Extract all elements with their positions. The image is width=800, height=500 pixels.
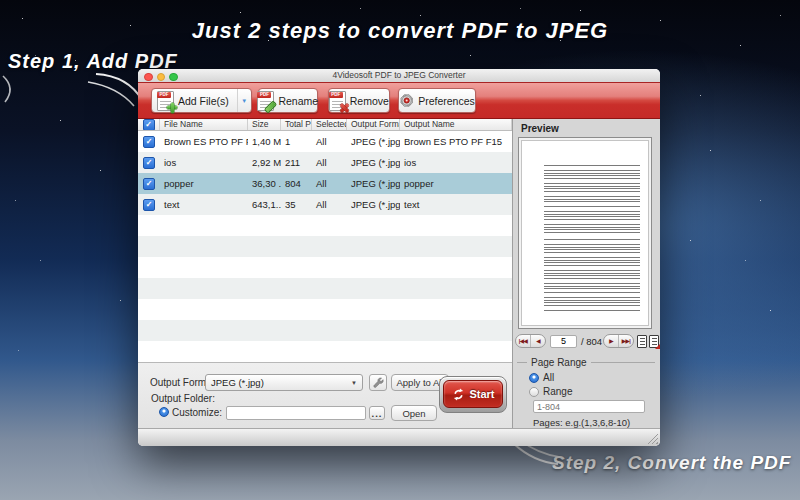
col-total-pages: Total Pag xyxy=(281,119,312,130)
current-page-input[interactable] xyxy=(550,335,577,348)
remove-button[interactable]: PDF Remove xyxy=(328,88,390,113)
page-range-range-option[interactable]: Range xyxy=(529,386,572,397)
remove-label: Remove xyxy=(350,95,389,107)
convert-arrows-icon xyxy=(451,387,466,402)
page-thumbnail-icon[interactable] xyxy=(637,335,647,348)
add-files-button[interactable]: PDF Add File(s) ▼ xyxy=(151,88,252,113)
all-radio[interactable] xyxy=(529,373,539,383)
format-settings-button[interactable] xyxy=(369,374,387,391)
browse-folder-button[interactable]: ... xyxy=(369,406,385,420)
add-files-label: Add File(s) xyxy=(178,95,229,107)
start-label: Start xyxy=(469,388,494,400)
output-format-value: JPEG (*.jpg) xyxy=(211,377,264,388)
preview-panel: Preview |◀◀ ◀ / 804 xyxy=(512,119,660,428)
cell-size: 2,92 MB xyxy=(248,157,281,168)
preferences-button[interactable]: Preferences xyxy=(398,88,476,113)
output-folder-input[interactable] xyxy=(226,406,366,420)
nav-forward-capsule: ▶ ▶▶| xyxy=(603,334,634,348)
preview-page xyxy=(521,140,649,326)
wrench-icon xyxy=(372,377,384,389)
empty-stripe xyxy=(138,320,512,341)
cell-size: 36,30 ... xyxy=(248,178,281,189)
cell-file-name: text xyxy=(160,199,248,210)
cell-total-pages: 804 xyxy=(281,178,312,189)
table-row[interactable]: ✓ ios 2,92 MB 211 All JPEG (*.jpg) ios xyxy=(138,152,512,173)
cell-total-pages: 35 xyxy=(281,199,312,210)
nav-back-capsule: |◀◀ ◀ xyxy=(515,334,546,348)
pdf-add-icon: PDF xyxy=(157,91,174,111)
row-checkbox[interactable]: ✓ xyxy=(138,136,160,148)
customize-label: Customize: xyxy=(172,407,222,418)
preview-frame xyxy=(518,137,652,329)
cell-selected: All xyxy=(312,178,347,189)
pdf-remove-icon: PDF xyxy=(329,91,346,111)
customize-radio[interactable] xyxy=(159,407,169,417)
status-bar xyxy=(138,428,660,446)
output-panel: Output Format: JPEG (*.jpg) ▼ Apply to A… xyxy=(138,362,512,428)
cell-output-format: JPEG (*.jpg) xyxy=(347,136,400,147)
col-size: Size xyxy=(248,119,281,130)
preferences-label: Preferences xyxy=(418,95,475,107)
cell-file-name: Brown ES PTO PF F15 xyxy=(160,136,248,147)
cell-total-pages: 1 xyxy=(281,136,312,147)
cell-output-format: JPEG (*.jpg) xyxy=(347,157,400,168)
titlebar[interactable]: 4Videosoft PDF to JPEG Converter xyxy=(138,69,660,82)
empty-stripe xyxy=(138,236,512,257)
page-range-legend: Page Range xyxy=(513,357,661,368)
rename-button[interactable]: PDF Rename xyxy=(258,88,318,113)
toolbar: PDF Add File(s) ▼ PDF Rename PDF xyxy=(138,82,660,119)
page-range-title: Page Range xyxy=(531,357,587,368)
empty-stripe xyxy=(138,299,512,320)
page-export-icon[interactable] xyxy=(649,335,659,348)
col-output-name: Output Name xyxy=(400,119,512,130)
x-icon xyxy=(339,103,349,113)
open-folder-button[interactable]: Open xyxy=(391,405,437,421)
range-input[interactable] xyxy=(533,400,645,413)
cell-output-name: Brown ES PTO PF F15 xyxy=(400,136,512,147)
select-all-checkbox[interactable]: ✓ xyxy=(138,119,160,130)
next-page-button[interactable]: ▶ xyxy=(604,335,618,347)
cell-output-format: JPEG (*.jpg) xyxy=(347,199,400,210)
resize-grip[interactable] xyxy=(647,433,658,444)
row-checkbox[interactable]: ✓ xyxy=(138,199,160,211)
start-button[interactable]: Start xyxy=(443,380,503,408)
gear-icon xyxy=(399,92,414,109)
add-files-dropdown-arrow[interactable]: ▼ xyxy=(237,89,251,112)
col-output-format: Output Format xyxy=(347,119,400,130)
col-file-name: File Name xyxy=(160,119,248,130)
col-selected: Selected xyxy=(312,119,347,130)
last-page-button[interactable]: ▶▶| xyxy=(618,335,633,347)
cell-file-name: popper xyxy=(160,178,248,189)
cell-output-name: text xyxy=(400,199,512,210)
output-format-select[interactable]: JPEG (*.jpg) ▼ xyxy=(205,374,363,391)
table-row[interactable]: ✓ Brown ES PTO PF F15 1,40 MB 1 All JPEG… xyxy=(138,131,512,152)
cell-selected: All xyxy=(312,157,347,168)
empty-stripe xyxy=(138,341,512,362)
cell-output-name: ios xyxy=(400,157,512,168)
output-folder-label: Output Folder: xyxy=(151,393,215,404)
range-hint: Pages: e.g.(1,3,6,8-10) xyxy=(533,417,630,428)
cell-size: 1,40 MB xyxy=(248,136,281,147)
row-checkbox[interactable]: ✓ xyxy=(138,157,160,169)
row-checkbox[interactable]: ✓ xyxy=(138,178,160,190)
range-radio[interactable] xyxy=(529,387,539,397)
table-row[interactable]: ✓ text 643,1... 35 All JPEG (*.jpg) text xyxy=(138,194,512,215)
cell-size: 643,1... xyxy=(248,199,281,210)
empty-stripe xyxy=(138,257,512,278)
table-row-selected[interactable]: ✓ popper 36,30 ... 804 All JPEG (*.jpg) … xyxy=(138,173,512,194)
all-label: All xyxy=(543,372,554,383)
preview-label: Preview xyxy=(521,123,559,134)
empty-stripe xyxy=(138,215,512,236)
window-title: 4Videosoft PDF to JPEG Converter xyxy=(138,69,660,82)
cell-output-name: popper xyxy=(400,178,512,189)
first-page-button[interactable]: |◀◀ xyxy=(516,335,530,347)
cell-file-name: ios xyxy=(160,157,248,168)
cell-output-format: JPEG (*.jpg) xyxy=(347,178,400,189)
previous-page-button[interactable]: ◀ xyxy=(530,335,545,347)
cell-selected: All xyxy=(312,136,347,147)
headline-text: Just 2 steps to convert PDF to JPEG xyxy=(0,18,800,44)
page-range-all-option[interactable]: All xyxy=(529,372,554,383)
app-window: 4Videosoft PDF to JPEG Converter PDF Add… xyxy=(138,69,660,446)
total-pages-label: / 804 xyxy=(581,336,602,347)
table-header: ✓ File Name Size Total Pag Selected Outp… xyxy=(138,119,512,131)
